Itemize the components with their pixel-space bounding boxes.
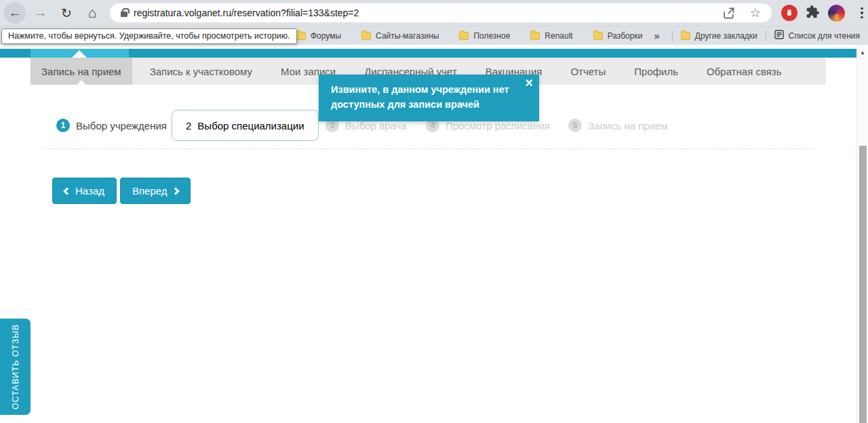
bookmark-folder-useful[interactable]: Полезное xyxy=(459,31,510,41)
reload-button[interactable]: ↻ xyxy=(56,2,77,24)
folder-icon xyxy=(361,32,371,40)
tab-obratnaya-svyaz[interactable]: Обратная связь xyxy=(696,58,793,85)
step-label: Запись на прием xyxy=(588,120,668,132)
forward-step-label: Вперед xyxy=(132,185,167,197)
custom-extension-icon[interactable] xyxy=(828,5,845,22)
divider xyxy=(672,31,673,41)
step-label: Выбор врача xyxy=(345,120,407,132)
bookmark-label: Renault xyxy=(545,31,572,41)
bookmark-label: Полезное xyxy=(473,31,510,41)
back-step-label: Назад xyxy=(75,185,104,197)
notification-text: Извините, в данном учреждении нет доступ… xyxy=(331,84,509,110)
bookmark-label: Разборки xyxy=(608,31,643,41)
step-5-zapis-na-priem: 5 Запись на прием xyxy=(568,119,668,132)
browser-menu-icon[interactable] xyxy=(856,5,868,21)
forward-step-button[interactable]: Вперед xyxy=(120,178,191,204)
bookmark-label: Сайты-магазины xyxy=(376,31,439,41)
forward-icon: → xyxy=(35,5,47,20)
bookmarks-overflow-icon[interactable]: » xyxy=(654,30,659,41)
back-button-tooltip: Нажмите, чтобы вернуться. Удерживайте, ч… xyxy=(1,28,297,44)
bookmark-folder-forums[interactable]: Форумы xyxy=(296,31,341,41)
back-button[interactable]: ← xyxy=(4,2,26,24)
step-number-badge: 1 xyxy=(56,119,70,132)
address-bar[interactable]: registratura.volganet.ru/reservation?fil… xyxy=(110,3,772,22)
folder-icon xyxy=(593,32,603,40)
no-doctors-notification: × Извините, в данном учреждении нет дост… xyxy=(319,75,539,121)
tab-profil[interactable]: Профиль xyxy=(623,58,689,85)
bookmark-folder-renault[interactable]: Renault xyxy=(530,31,572,41)
step-label: Просмотр расписания xyxy=(446,120,550,132)
folder-icon xyxy=(681,32,690,40)
leave-feedback-label: ОСТАВИТЬ ОТЗЫВ xyxy=(11,324,20,409)
page-scrollbar[interactable]: ▲ xyxy=(856,45,868,423)
leave-feedback-button[interactable]: ОСТАВИТЬ ОТЗЫВ xyxy=(0,319,31,415)
reload-icon: ↻ xyxy=(61,5,72,21)
scrollbar-thumb[interactable] xyxy=(859,146,867,423)
folder-icon xyxy=(296,32,306,40)
step-number-badge: 5 xyxy=(568,119,582,132)
folder-icon xyxy=(459,32,469,40)
home-icon: ⌂ xyxy=(88,5,97,21)
bookmark-label: Другие закладки xyxy=(695,31,757,41)
reading-list-icon xyxy=(774,30,784,41)
chevron-right-icon xyxy=(172,187,179,195)
chevron-left-icon xyxy=(63,187,71,195)
back-icon: ← xyxy=(9,5,22,20)
lock-icon xyxy=(121,12,127,17)
bookmark-folder-razborki[interactable]: Разборки xyxy=(593,31,643,41)
bookmark-label: Форумы xyxy=(311,31,341,41)
back-step-button[interactable]: Назад xyxy=(52,178,117,204)
step-label: Выбор специализации xyxy=(197,120,304,132)
folder-icon xyxy=(530,32,540,40)
page-content: Запись на прием Запись к участковому Мои… xyxy=(0,45,856,423)
tab-zapis-k-uchastkovomu[interactable]: Запись к участковому xyxy=(139,58,263,85)
step-label: Выбор учреждения xyxy=(76,120,167,132)
divider xyxy=(766,31,766,41)
bookmark-folder-shops[interactable]: Сайты-магазины xyxy=(361,31,439,41)
reading-list-button[interactable]: Список для чтения xyxy=(774,30,860,41)
bookmark-label: Список для чтения xyxy=(789,31,860,41)
active-tab-arrow xyxy=(72,50,87,58)
tab-zapis-na-priem[interactable]: Запись на прием xyxy=(31,58,132,85)
step-2-vybor-specializacii[interactable]: 2 Выбор специализации xyxy=(172,110,319,141)
wizard-actions: Назад Вперед xyxy=(52,178,191,204)
dashed-divider xyxy=(44,148,814,149)
browser-toolbar: ← → ↻ ⌂ registratura.volganet.ru/reserva… xyxy=(0,0,868,26)
home-button[interactable]: ⌂ xyxy=(81,2,103,24)
step-1-vybor-uchrezhdeniya[interactable]: 1 Выбор учреждения xyxy=(56,119,167,132)
adblock-extension-icon[interactable] xyxy=(781,5,797,21)
share-icon[interactable] xyxy=(722,7,735,20)
extensions-area xyxy=(781,5,868,22)
close-icon[interactable]: × xyxy=(525,76,533,89)
extensions-puzzle-icon[interactable] xyxy=(806,5,820,22)
tab-otchety[interactable]: Отчеты xyxy=(559,58,616,85)
scroll-up-icon[interactable]: ▲ xyxy=(857,49,868,56)
step-number-badge: 2 xyxy=(186,120,191,132)
site-header-bar xyxy=(0,49,856,58)
url-text[interactable]: registratura.volganet.ru/reservation?fil… xyxy=(134,7,722,18)
bookmark-star-icon[interactable]: ☆ xyxy=(750,7,761,19)
forward-button[interactable]: → xyxy=(30,2,52,24)
other-bookmarks-button[interactable]: Другие закладки xyxy=(681,31,757,41)
